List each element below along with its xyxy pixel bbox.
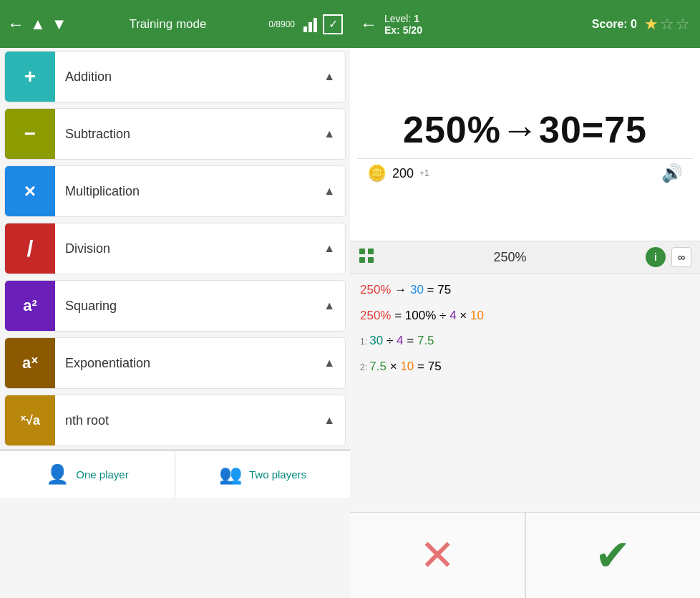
exp-l1-part1: 250% bbox=[360, 283, 391, 296]
right-header: ← Level: 1 Ex: 5/20 Score: 0 ★ ☆ ☆ bbox=[350, 0, 700, 48]
step2-label: 2: bbox=[360, 362, 369, 372]
subtraction-icon: − bbox=[5, 109, 55, 159]
one-player-tab[interactable]: 👤 One player bbox=[0, 450, 175, 498]
level-info: Level: 1 Ex: 5/20 bbox=[384, 13, 585, 36]
svg-rect-3 bbox=[368, 257, 374, 263]
addition-chevron: ▲ bbox=[324, 70, 345, 83]
stars-display: ★ ☆ ☆ bbox=[644, 15, 690, 34]
multiplication-icon: × bbox=[5, 166, 55, 216]
star-3: ☆ bbox=[676, 15, 690, 34]
exp-l1-part2: 30 bbox=[410, 283, 424, 296]
category-squaring[interactable]: a² Squaring ▲ bbox=[4, 280, 346, 332]
addition-icon: + bbox=[5, 52, 55, 102]
nthroot-chevron: ▲ bbox=[324, 414, 345, 427]
two-players-label: Two players bbox=[249, 468, 306, 481]
training-mode-title: Training mode bbox=[73, 17, 263, 32]
squaring-icon: a² bbox=[5, 281, 55, 331]
explanation-title: 250% bbox=[380, 250, 640, 265]
explanation-body: 250% → 30 = 75 250% = 100% ÷ 4 × 10 1: bbox=[350, 274, 700, 512]
step2-times: × bbox=[390, 360, 401, 373]
exp-l2-part1: 250% bbox=[360, 309, 391, 322]
back-right-button[interactable]: ← bbox=[360, 14, 377, 34]
infinity-button[interactable]: ∞ bbox=[671, 247, 691, 267]
star-2: ☆ bbox=[660, 15, 674, 34]
counter-value: 0/8900 bbox=[268, 19, 295, 29]
back-right-icon: ← bbox=[360, 14, 377, 34]
down-icon: ▼ bbox=[52, 15, 67, 34]
level-label: Level: bbox=[384, 13, 411, 24]
answer-area: ✕ ✔ bbox=[350, 512, 700, 598]
nthroot-label: nth root bbox=[55, 413, 324, 428]
category-multiplication[interactable]: × Multiplication ▲ bbox=[4, 165, 346, 217]
exp-l2-part2: 4 bbox=[449, 309, 456, 322]
down-button[interactable]: ▼ bbox=[52, 15, 67, 34]
exp-l2-eq: = 100% ÷ bbox=[394, 309, 449, 322]
step1-eq: = bbox=[407, 334, 417, 347]
two-players-tab[interactable]: 👥 Two players bbox=[175, 450, 350, 498]
svg-rect-0 bbox=[359, 249, 365, 254]
subtraction-label: Subtraction bbox=[55, 127, 324, 142]
back-button[interactable]: ← bbox=[7, 14, 24, 34]
grid-icon bbox=[359, 248, 374, 267]
correct-answer-button[interactable]: ✔ bbox=[526, 513, 701, 598]
exp-l2-times: × bbox=[460, 309, 470, 322]
category-nthroot[interactable]: ˣ√a nth root ▲ bbox=[4, 395, 346, 446]
top-header: ← ▲ ▼ Training mode 0/8900 ✓ ← bbox=[0, 0, 700, 48]
bottom-tabs: 👤 One player 👥 Two players bbox=[0, 449, 350, 498]
ex-value: 5/20 bbox=[403, 24, 422, 36]
ex-label: Ex: bbox=[384, 24, 400, 36]
info-button[interactable]: i bbox=[646, 247, 666, 267]
check-icon[interactable]: ✓ bbox=[323, 14, 343, 34]
division-chevron: ▲ bbox=[324, 242, 345, 255]
score-label-text: Score: bbox=[592, 18, 628, 30]
explanation-header: 250% i ∞ bbox=[350, 241, 700, 274]
exp-l1-arrow: → bbox=[394, 283, 410, 296]
main-content: + Addition ▲ − Subtraction ▲ × Multiplic… bbox=[0, 48, 700, 598]
bar-chart-icon[interactable] bbox=[303, 16, 317, 32]
multiplication-chevron: ▲ bbox=[324, 185, 345, 198]
step2-part1: 7.5 bbox=[369, 360, 387, 373]
category-exponentiation[interactable]: aˣ Exponentiation ▲ bbox=[4, 337, 346, 389]
step2-part2: 10 bbox=[400, 360, 414, 373]
exponentiation-chevron: ▲ bbox=[324, 357, 345, 370]
svg-rect-2 bbox=[359, 257, 365, 263]
left-header: ← ▲ ▼ Training mode 0/8900 ✓ bbox=[0, 0, 350, 48]
explanation-line-step1: 1: 30 ÷ 4 = 7.5 bbox=[360, 332, 690, 350]
squaring-label: Squaring bbox=[55, 299, 324, 314]
category-division[interactable]: / Division ▲ bbox=[4, 223, 346, 274]
squaring-chevron: ▲ bbox=[324, 299, 345, 312]
one-player-icon: 👤 bbox=[46, 463, 69, 486]
step1-part2: 4 bbox=[397, 334, 403, 347]
exponentiation-label: Exponentiation bbox=[55, 356, 324, 371]
right-panel: 250%→30=75 🪙 200 +1 🔊 bbox=[350, 48, 700, 598]
step1-result: 7.5 bbox=[417, 334, 434, 347]
question-area: 250%→30=75 🪙 200 +1 🔊 bbox=[350, 48, 700, 241]
subtraction-chevron: ▲ bbox=[324, 127, 345, 140]
hint-small: +1 bbox=[419, 168, 429, 178]
step2-eq: = 75 bbox=[417, 360, 442, 373]
cross-icon: ✕ bbox=[419, 534, 455, 577]
sound-icon[interactable]: 🔊 bbox=[661, 163, 683, 183]
explanation-line-2: 250% = 100% ÷ 4 × 10 bbox=[360, 307, 690, 325]
level-line: Level: 1 bbox=[384, 13, 585, 24]
explanation-line-1: 250% → 30 = 75 bbox=[360, 281, 690, 299]
wrong-answer-button[interactable]: ✕ bbox=[350, 513, 525, 598]
counter-display: 0/8900 bbox=[268, 19, 295, 29]
svg-rect-1 bbox=[368, 249, 374, 254]
category-addition[interactable]: + Addition ▲ bbox=[4, 51, 346, 102]
addition-label: Addition bbox=[55, 69, 324, 85]
checkmark-icon: ✔ bbox=[595, 534, 631, 577]
explanation-line-step2: 2: 7.5 × 10 = 75 bbox=[360, 357, 690, 376]
division-label: Division bbox=[55, 241, 324, 256]
explanation-panel: 250% i ∞ 250% → 30 = 75 250% = 100% ÷ 4 bbox=[350, 241, 700, 598]
category-subtraction[interactable]: − Subtraction ▲ bbox=[4, 108, 346, 160]
header-icons: 0/8900 ✓ bbox=[268, 14, 343, 34]
two-players-icon: 👥 bbox=[219, 463, 242, 486]
score-value: 0 bbox=[631, 18, 637, 30]
ex-line: Ex: 5/20 bbox=[384, 24, 585, 36]
exp-l1-eq: = 75 bbox=[427, 283, 452, 296]
division-icon: / bbox=[5, 223, 55, 274]
score-display: Score: 0 bbox=[592, 18, 637, 31]
up-icon: ▲ bbox=[30, 15, 46, 34]
up-button[interactable]: ▲ bbox=[30, 15, 46, 34]
